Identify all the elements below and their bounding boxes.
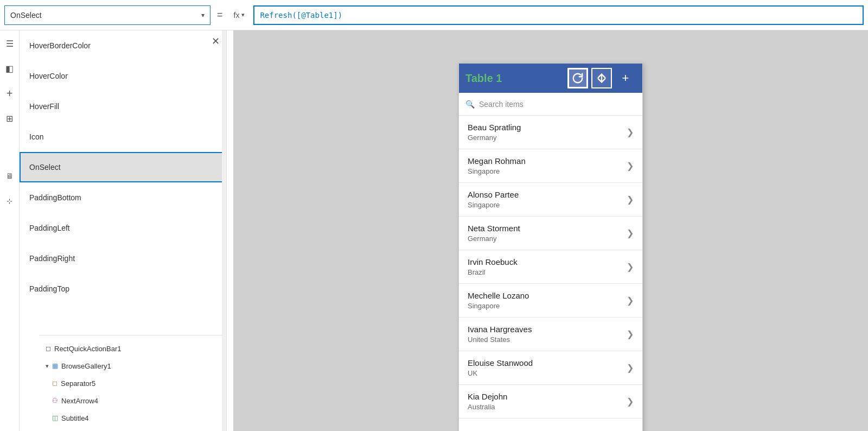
chevron-right-icon: ❯: [627, 262, 634, 272]
list-item[interactable]: Neta StormentGermany❯: [459, 217, 642, 250]
gallery-icon: ▦: [52, 362, 58, 370]
list-item[interactable]: Irvin RoebuckBrazil❯: [459, 250, 642, 284]
equals-sign: =: [215, 9, 225, 21]
tree-item-nextarrow[interactable]: ⚇ NextArrow4: [39, 392, 227, 409]
list-item-name: Mechelle Lozano: [468, 291, 529, 300]
canvas-area: Table 1 + 🔍: [233, 30, 868, 431]
prop-item-paddingright[interactable]: PaddingRight: [20, 243, 226, 274]
properties-list: ✕ HoverBorderColorHoverColorHoverFillIco…: [20, 30, 227, 431]
list-item[interactable]: Tamica Trickett❯: [459, 419, 642, 431]
chevron-right-icon: ❯: [627, 194, 634, 205]
list-item-country: Germany: [468, 234, 520, 243]
table-widget: Table 1 + 🔍: [458, 63, 643, 431]
prop-item-paddingleft[interactable]: PaddingLeft: [20, 213, 226, 243]
list-item-country: Singapore: [468, 201, 519, 209]
table-header-actions: +: [567, 68, 636, 88]
list-item-info: Beau SpratlingGermany: [468, 123, 521, 142]
tree-item-label: NextArrow4: [61, 397, 98, 405]
fx-label: fx: [234, 11, 240, 20]
list-item-country: Australia: [468, 403, 507, 411]
tree-item-label: Subtitle4: [61, 414, 89, 422]
prop-item-paddingtop[interactable]: PaddingTop: [20, 274, 226, 304]
separator-icon: ◻: [52, 379, 58, 387]
search-bar: 🔍 Search items: [459, 93, 642, 116]
list-item-info: Megan RohmanSingapore: [468, 156, 526, 175]
table-header: Table 1 +: [459, 64, 642, 93]
tree-item-label: BrowseGallery1: [61, 362, 111, 370]
chevron-right-icon: ❯: [627, 161, 634, 171]
tree-item-subtitle[interactable]: ◫ Subtitle4: [39, 409, 227, 427]
add-icon[interactable]: +: [2, 86, 17, 101]
list-item-name: Kia Dejohn: [468, 392, 507, 401]
formula-bar[interactable]: Refresh([@Table1]): [253, 5, 864, 25]
tree-item-label: Separator5: [61, 379, 95, 388]
list-item-info: Alonso ParteeSingapore: [468, 190, 519, 209]
list-item-info: Elouise StanwoodUK: [468, 358, 533, 377]
chevron-right-icon: ❯: [627, 228, 634, 238]
list-item-country: Singapore: [468, 302, 529, 310]
formula-text: Refresh([@Table1]): [260, 11, 342, 20]
chevron-down-icon: ▾: [46, 363, 49, 370]
sort-button[interactable]: [591, 68, 612, 88]
list-items-container: Beau SpratlingGermany❯Megan RohmanSingap…: [459, 116, 642, 431]
chevron-right-icon: ❯: [627, 396, 634, 407]
tree-item-rectquickactionbar[interactable]: ◻ RectQuickActionBar1: [39, 340, 227, 357]
prop-item-icon[interactable]: Icon: [20, 122, 226, 152]
list-item-name: Ivana Hargreaves: [468, 325, 532, 334]
layers-icon[interactable]: ◧: [2, 61, 17, 76]
tree-item-label: RectQuickActionBar1: [54, 345, 122, 353]
list-item-name: Alonso Partee: [468, 190, 519, 199]
close-button[interactable]: ✕: [205, 30, 226, 52]
list-item[interactable]: Ivana HargreavesUnited States❯: [459, 318, 642, 351]
table-title: Table 1: [465, 72, 502, 85]
screen-icon[interactable]: 🖥: [2, 168, 17, 183]
list-item[interactable]: Alonso ParteeSingapore❯: [459, 183, 642, 217]
refresh-button[interactable]: [567, 68, 588, 88]
list-item-name: Megan Rohman: [468, 156, 526, 166]
list-item[interactable]: Elouise StanwoodUK❯: [459, 351, 642, 385]
list-item-name: Irvin Roebuck: [468, 257, 518, 267]
prop-item-paddingbottom[interactable]: PaddingBottom: [20, 182, 226, 213]
tree-panel: ◻ RectQuickActionBar1 ▾ ▦ BrowseGallery1…: [39, 335, 227, 431]
list-item-country: UK: [468, 369, 533, 377]
chevron-right-icon: ❯: [627, 363, 634, 373]
prop-item-hovercolor[interactable]: HoverColor: [20, 61, 226, 91]
list-item-name: Neta Storment: [468, 224, 520, 233]
scroll-track: [222, 30, 226, 431]
fx-button[interactable]: fx ▾: [229, 9, 250, 22]
list-item[interactable]: Megan RohmanSingapore❯: [459, 149, 642, 183]
search-placeholder: Search items: [479, 100, 524, 109]
list-item[interactable]: Mechelle LozanoSingapore❯: [459, 284, 642, 318]
list-item-info: Neta StormentGermany: [468, 224, 520, 243]
subtitle-icon: ◫: [52, 414, 58, 422]
property-dropdown[interactable]: OnSelect ▾: [4, 5, 210, 25]
controls-icon[interactable]: ⊞: [2, 111, 17, 126]
list-item[interactable]: Kia DejohnAustralia❯: [459, 385, 642, 419]
prop-item-hoverfill[interactable]: HoverFill: [20, 91, 226, 122]
chevron-down-icon: ▾: [241, 11, 245, 18]
chevron-right-icon: ❯: [627, 295, 634, 306]
list-item-info: Kia DejohnAustralia: [468, 392, 507, 411]
prop-item-onselect[interactable]: OnSelect: [20, 152, 226, 182]
chevron-right-icon: ❯: [627, 329, 634, 339]
tree-item-separator[interactable]: ◻ Separator5: [39, 375, 227, 392]
list-item-name: Beau Spratling: [468, 123, 521, 132]
list-item-country: United States: [468, 335, 532, 344]
add-record-button[interactable]: +: [615, 68, 636, 88]
list-item-country: Germany: [468, 134, 521, 142]
tree-item-browsegallery[interactable]: ▾ ▦ BrowseGallery1: [39, 357, 227, 375]
top-bar: OnSelect ▾ = fx ▾ Refresh([@Table1]): [0, 0, 868, 30]
menu-icon[interactable]: ☰: [2, 36, 17, 51]
chevron-down-icon: ▾: [201, 11, 205, 19]
tree-icon[interactable]: ⊹: [2, 193, 17, 208]
list-item-info: Irvin RoebuckBrazil: [468, 257, 518, 276]
list-item-info: Ivana HargreavesUnited States: [468, 325, 532, 344]
arrow-icon: ⚇: [52, 397, 58, 404]
search-icon: 🔍: [465, 100, 475, 109]
chevron-right-icon: ❯: [627, 127, 634, 137]
left-panel: ☰ ◧ + ⊞ 🖥 ⊹ ✕ HoverBorderColorHoverColor…: [0, 30, 233, 431]
rect-icon: ◻: [46, 345, 51, 352]
list-item-country: Brazil: [468, 268, 518, 276]
list-item[interactable]: Beau SpratlingGermany❯: [459, 116, 642, 149]
prop-item-hoverbordercolor[interactable]: HoverBorderColor: [20, 30, 226, 61]
